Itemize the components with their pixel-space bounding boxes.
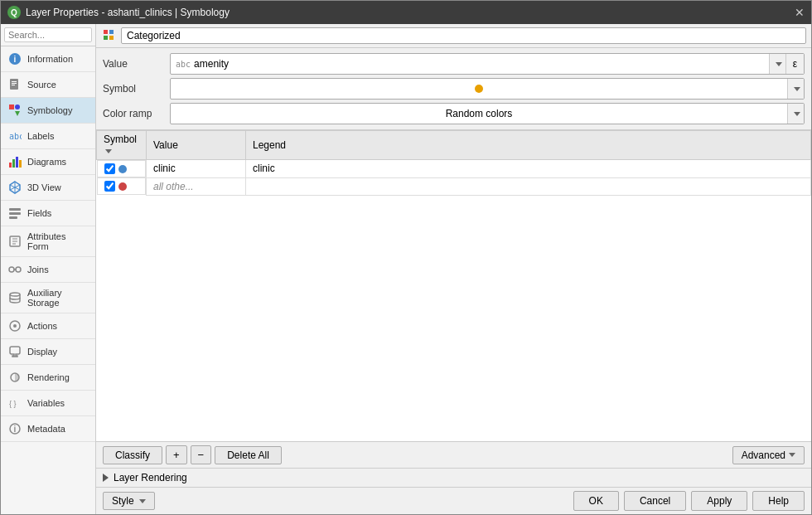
advanced-button[interactable]: Advanced <box>732 446 805 464</box>
sidebar-item-fields[interactable]: Fields <box>1 201 95 226</box>
sidebar-item-label: 3D View <box>27 182 61 192</box>
value-cell: all othe... <box>147 177 246 195</box>
symbol-inner <box>171 79 787 99</box>
color-ramp-label: Color ramp <box>103 108 165 119</box>
symbol-wrapper <box>170 78 805 100</box>
diagrams-icon <box>7 154 22 169</box>
legend-cell <box>246 177 811 195</box>
sidebar-item-label: Variables <box>27 398 65 408</box>
sidebar-item-rendering[interactable]: Rendering <box>1 365 95 391</box>
display-icon <box>7 344 22 359</box>
sidebar-item-joins[interactable]: Joins <box>1 257 95 283</box>
sidebar-item-label: Joins <box>27 265 49 275</box>
symbology-icon <box>7 103 22 118</box>
value-arrow[interactable] <box>769 54 785 74</box>
search-box <box>1 24 95 46</box>
colorramp-arrow-btn[interactable] <box>787 104 804 124</box>
apply-button[interactable]: Apply <box>691 491 747 511</box>
row-checkbox[interactable] <box>104 181 115 192</box>
categories-table-area: Symbol Value Legend clinicclini <box>96 130 811 441</box>
sidebar-item-display[interactable]: Display <box>1 339 95 365</box>
sidebar-item-labels[interactable]: abc Labels <box>1 124 95 149</box>
close-button[interactable]: ✕ <box>795 6 805 19</box>
sidebar-item-information[interactable]: i Information <box>1 46 95 72</box>
remove-category-button[interactable]: − <box>191 445 212 464</box>
sidebar-item-label: Symbology <box>27 105 72 115</box>
attributes-form-icon <box>7 234 22 249</box>
svg-point-25 <box>9 267 14 272</box>
table-row: all othe... <box>97 177 811 195</box>
svg-text:abc: abc <box>9 132 22 141</box>
help-button[interactable]: Help <box>752 491 805 511</box>
symbol-label: Symbol <box>103 83 165 95</box>
value-dropdown-inner: abc amenity <box>171 56 769 71</box>
layer-rendering-toggle[interactable]: Layer Rendering <box>96 468 811 487</box>
sidebar-item-variables[interactable]: { } Variables <box>1 391 95 416</box>
row-checkbox[interactable] <box>104 163 115 174</box>
ok-button[interactable]: OK <box>573 491 619 511</box>
table-row: clinicclinic <box>97 160 811 178</box>
actions-icon <box>7 318 22 333</box>
collapse-icon <box>103 474 109 482</box>
categories-table: Symbol Value Legend clinicclini <box>96 130 811 196</box>
sidebar-item-3dview[interactable]: 3D View <box>1 175 95 201</box>
sidebar-item-label: Source <box>27 80 56 90</box>
labels-icon: abc <box>7 129 22 143</box>
symbol-dot <box>475 85 483 93</box>
svg-point-26 <box>16 267 21 272</box>
3dview-icon <box>7 180 22 195</box>
sidebar-item-label: Actions <box>27 321 57 331</box>
window-title: Layer Properties - ashanti_clinics | Sym… <box>26 7 230 18</box>
footer-bar: Style OK Cancel Apply Help <box>96 487 811 514</box>
rendering-icon <box>7 370 22 385</box>
svg-rect-11 <box>12 159 15 168</box>
symbol-cell <box>97 160 147 177</box>
svg-rect-3 <box>12 81 17 82</box>
sidebar-item-source[interactable]: Source <box>1 72 95 98</box>
svg-rect-10 <box>9 163 12 168</box>
classify-button[interactable]: Classify <box>103 446 162 464</box>
svg-rect-5 <box>12 85 15 85</box>
sidebar-item-auxiliary-storage[interactable]: Auxiliary Storage <box>1 283 95 313</box>
delete-all-button[interactable]: Delete All <box>215 446 282 464</box>
svg-text:i: i <box>14 425 17 434</box>
layer-rendering-label: Layer Rendering <box>114 472 187 483</box>
style-button[interactable]: Style <box>103 492 155 510</box>
svg-rect-38 <box>109 36 114 40</box>
sidebar-item-symbology[interactable]: Symbology <box>1 98 95 124</box>
legend-cell: clinic <box>246 160 811 178</box>
sidebar-item-actions[interactable]: Actions <box>1 313 95 339</box>
svg-text:i: i <box>14 55 17 64</box>
cancel-button[interactable]: Cancel <box>624 491 686 511</box>
abc-badge: abc <box>176 60 191 69</box>
value-text: amenity <box>194 58 229 70</box>
main-window: Q Layer Properties - ashanti_clinics | S… <box>0 0 812 515</box>
sidebar-item-diagrams[interactable]: Diagrams <box>1 149 95 175</box>
value-epsilon-btn[interactable]: ε <box>785 54 804 74</box>
symbol-arrow-btn[interactable] <box>787 79 804 99</box>
sidebar-item-label: Information <box>27 54 73 64</box>
colorramp-inner: Random colors <box>171 104 787 124</box>
sidebar-item-label: Labels <box>27 131 54 141</box>
title-bar: Q Layer Properties - ashanti_clinics | S… <box>1 1 811 24</box>
sidebar-item-label: Display <box>27 347 57 357</box>
svg-rect-6 <box>9 104 14 109</box>
sidebar-item-metadata[interactable]: i Metadata <box>1 416 95 442</box>
sidebar: i Information Source Symbolog <box>1 24 96 514</box>
search-input[interactable] <box>4 27 92 42</box>
col-header-symbol: Symbol <box>97 131 147 160</box>
value-cell: clinic <box>147 160 246 178</box>
title-bar-left: Q Layer Properties - ashanti_clinics | S… <box>7 6 230 19</box>
sidebar-item-attributes-form[interactable]: Attributes Form <box>1 226 95 257</box>
col-header-legend: Legend <box>246 131 811 160</box>
app-icon: Q <box>7 6 21 19</box>
content-area: i Information Source Symbolog <box>1 24 811 514</box>
renderer-dropdown[interactable]: Categorized <box>121 27 806 44</box>
svg-rect-2 <box>10 79 18 90</box>
add-category-button[interactable]: + <box>166 445 187 464</box>
auxiliary-storage-icon <box>7 290 22 305</box>
svg-rect-35 <box>104 30 108 34</box>
value-row: Value abc amenity ε <box>103 53 805 75</box>
svg-rect-37 <box>104 36 108 40</box>
svg-marker-7 <box>15 111 20 116</box>
